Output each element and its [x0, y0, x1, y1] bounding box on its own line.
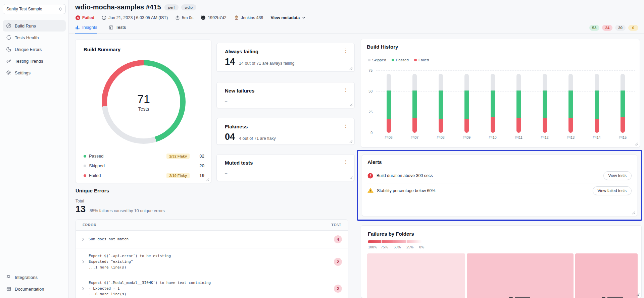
bar-segment-passed — [464, 91, 469, 119]
bar-segment-failed — [568, 118, 573, 133]
view-metadata-button[interactable]: View metadata — [270, 15, 306, 20]
legend-item-failed: Failed — [414, 58, 429, 62]
project-selector[interactable]: Sanity Test Sample — [3, 4, 66, 14]
sidebar-item-testing-trends[interactable]: Testing Trends — [3, 55, 66, 67]
error-row[interactable]: Expect $(`.api-error`) to be existing Ex… — [76, 248, 348, 275]
resize-handle-icon[interactable] — [635, 142, 638, 146]
bar-segment-failed — [516, 118, 521, 133]
legend-row-passed: Passed2/32 Flaky32 — [84, 151, 204, 161]
build-commit[interactable]: 1992b7d2 — [201, 15, 227, 20]
bar-segment-failed — [412, 118, 417, 133]
alert-action-button[interactable]: View failed tests — [593, 186, 632, 195]
test-count-badge: 2 — [334, 285, 342, 293]
kebab-menu-icon[interactable]: ⋮ — [342, 159, 350, 165]
sidebar-item-settings[interactable]: Settings — [3, 67, 66, 78]
integrations-icon — [6, 275, 11, 280]
sidebar-item-integrations[interactable]: Integrations — [3, 272, 66, 283]
build-ci-job[interactable]: Jenkins 439 — [234, 15, 263, 20]
clock-icon — [102, 15, 106, 20]
skipped-dot-icon — [84, 165, 86, 167]
bar-segment-failed — [595, 119, 599, 133]
bar-segment-failed — [621, 117, 625, 133]
count-badge-failed[interactable]: 24 — [602, 25, 612, 31]
history-bar-406[interactable] — [387, 74, 391, 133]
build-summary-card: Build Summary 71 Tests Passed2/32 Flaky3… — [75, 40, 211, 183]
build-summary-legend: Passed2/32 Flaky32Skipped20Failed2/19 Fl… — [84, 151, 204, 180]
scale-label: 100% — [368, 245, 381, 249]
expand-chevron-icon[interactable] — [81, 287, 85, 291]
build-datetime: Jun 21, 2023 | 6:03:05 AM (IST) — [102, 15, 168, 20]
settings-icon — [6, 70, 11, 75]
resize-handle-icon[interactable] — [632, 211, 635, 215]
error-row[interactable]: Sum does not match4 — [76, 231, 348, 248]
count-badge-skipped[interactable]: 20 — [615, 25, 626, 31]
error-message: Expect $(`.Modal_modal__3I0HK`) to have … — [89, 280, 211, 297]
folder-label — [509, 296, 530, 298]
folder-tile-2[interactable] — [467, 253, 574, 298]
testing-trends-icon — [6, 58, 11, 64]
history-bar-415[interactable] — [621, 74, 625, 133]
history-bar-411[interactable] — [516, 74, 521, 133]
alert-row-warning: Stability percentage below 60%View faile… — [367, 183, 632, 198]
build-meta-row: Failed Jun 21, 2023 | 6:03:05 AM (IST) 5… — [76, 15, 306, 20]
test-count-badges: 5324200 — [589, 25, 638, 31]
sidebar-item-build-runs[interactable]: Build Runs — [3, 20, 66, 32]
resize-handle-icon[interactable] — [349, 140, 353, 143]
unique-errors-table: ERROR TEST Sum does not match4Expect $(`… — [76, 219, 348, 298]
count-badge-passed[interactable]: 53 — [589, 25, 600, 31]
history-bar-412[interactable] — [543, 74, 547, 133]
updown-icon — [58, 7, 63, 11]
error-row[interactable]: Expect $(`.Modal_modal__3I0HK`) to have … — [76, 275, 348, 298]
folder-icon — [601, 296, 606, 298]
x-axis-label: #408 — [431, 135, 451, 139]
resize-handle-icon[interactable] — [349, 67, 353, 70]
tests-health-icon — [6, 35, 11, 40]
alert-action-button[interactable]: View tests — [603, 171, 632, 180]
folder-name-text — [607, 297, 623, 298]
test-count-badge: 4 — [334, 235, 342, 243]
history-bar-413[interactable] — [568, 74, 573, 133]
sidebar-footer-nav: IntegrationsDocumentation — [3, 272, 66, 295]
tab-tests[interactable]: Tests — [109, 24, 126, 34]
sidebar-item-tests-health[interactable]: Tests Health — [3, 32, 66, 43]
folder-tile-3[interactable] — [575, 253, 638, 298]
tab-insights[interactable]: Insights — [75, 24, 97, 34]
history-bar-409[interactable] — [464, 74, 469, 133]
kebab-menu-icon[interactable]: ⋮ — [342, 47, 350, 54]
sidebar-item-unique-errors[interactable]: Unique Errors — [3, 44, 66, 55]
bar-segment-skipped — [621, 74, 625, 91]
donut-center: 71 Tests — [102, 60, 186, 144]
history-bar-410[interactable] — [491, 74, 495, 133]
history-bar-407[interactable] — [412, 74, 417, 133]
resize-handle-icon[interactable] — [349, 176, 353, 179]
expand-chevron-icon[interactable] — [81, 237, 85, 241]
resize-handle-icon[interactable] — [636, 293, 640, 296]
scale-label: 0% — [419, 245, 432, 249]
legend-item-passed: Passed — [392, 58, 409, 62]
count-badge-other[interactable]: 0 — [628, 25, 638, 31]
scale-label: 75% — [381, 245, 394, 249]
y-axis-tick: 50 — [363, 89, 373, 93]
flaky-badge: 2/32 Flaky — [166, 154, 190, 159]
sidebar-item-documentation[interactable]: Documentation — [3, 283, 66, 295]
unique-errors-total-value: 13 — [76, 204, 86, 215]
bar-segment-skipped — [464, 74, 469, 91]
history-bar-408[interactable] — [439, 74, 443, 133]
flaky-badge: 2/19 Flaky — [166, 173, 190, 178]
build-status: Failed — [76, 15, 94, 20]
x-axis-label: #407 — [405, 135, 425, 139]
failures-by-folders-title: Failures by Folders — [368, 231, 414, 237]
folder-tile-1[interactable] — [367, 253, 465, 298]
resize-handle-icon[interactable] — [349, 103, 353, 107]
kebab-menu-icon[interactable]: ⋮ — [342, 122, 350, 129]
bar-segment-failed — [464, 119, 469, 133]
history-bar-414[interactable] — [595, 74, 599, 133]
bar-segment-passed — [568, 91, 573, 118]
bar-segment-skipped — [387, 74, 391, 91]
expand-chevron-icon[interactable] — [81, 260, 85, 264]
alert-list: Build duration above 300 secsView testsS… — [367, 168, 632, 198]
resize-handle-icon[interactable] — [206, 178, 209, 181]
bar-segment-failed — [491, 117, 495, 133]
unique-errors-section: Unique Errors Total 13 85% failures caus… — [76, 188, 355, 298]
kebab-menu-icon[interactable]: ⋮ — [342, 86, 350, 93]
